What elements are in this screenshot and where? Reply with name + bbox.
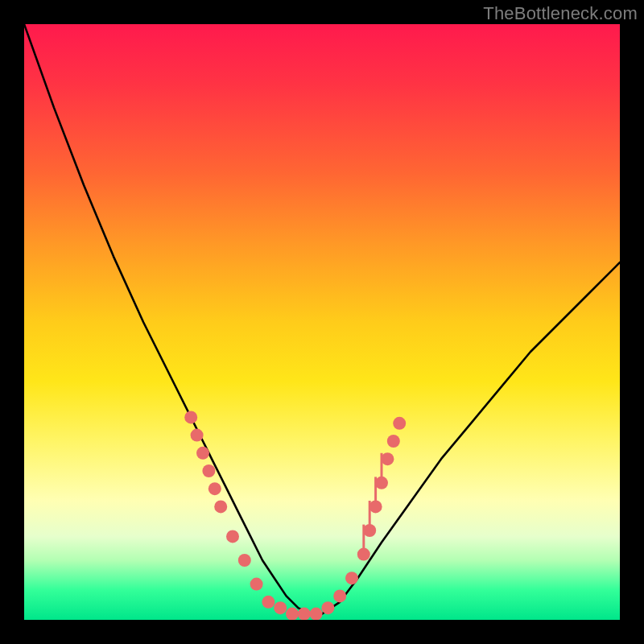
marker-dot <box>238 554 251 567</box>
marker-dot <box>262 596 275 609</box>
marker-dot <box>333 589 346 602</box>
curve-line <box>24 24 620 614</box>
chart-svg <box>24 24 620 620</box>
marker-dot <box>184 411 197 423</box>
marker-dot <box>381 452 394 465</box>
plot-area <box>24 24 620 620</box>
marker-dot <box>357 548 370 561</box>
marker-dot <box>196 447 209 460</box>
marker-dot <box>310 608 323 620</box>
marker-dot <box>202 464 215 477</box>
marker-dot <box>191 429 204 442</box>
marker-dot <box>286 608 299 620</box>
marker-dot <box>369 500 382 513</box>
marker-dot <box>387 435 400 448</box>
marker-dot <box>375 477 388 489</box>
marker-dot <box>298 608 311 620</box>
marker-dot <box>321 601 334 614</box>
watermark-text: TheBottleneck.com <box>483 3 638 24</box>
marker-dot <box>226 530 239 543</box>
chart-root: TheBottleneck.com <box>0 0 644 644</box>
marker-dot <box>250 578 263 591</box>
marker-dot <box>393 417 406 430</box>
marker-dot <box>214 500 227 513</box>
marker-dot <box>208 482 221 495</box>
marker-dot <box>345 572 358 584</box>
marker-dot <box>363 524 376 537</box>
marker-dot <box>274 601 287 614</box>
